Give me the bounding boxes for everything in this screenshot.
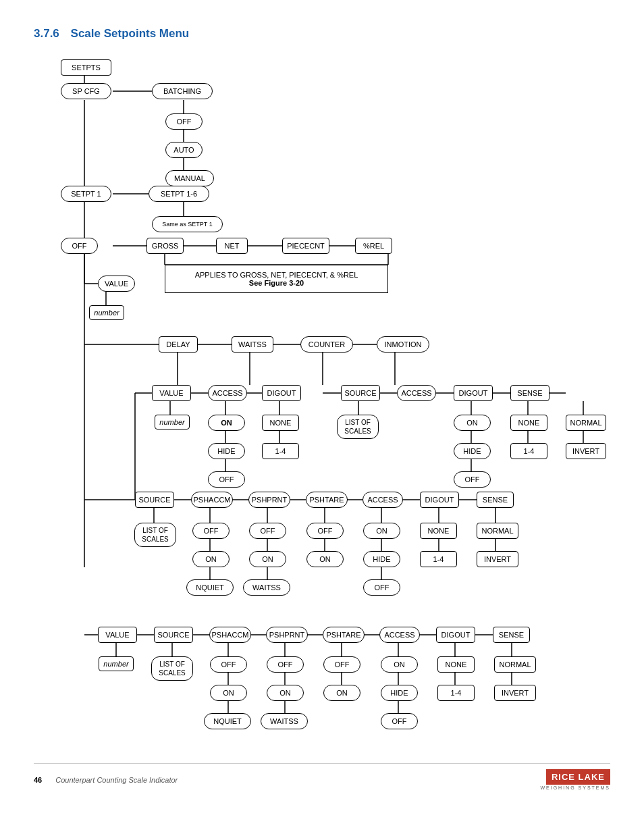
section-text: Scale Setpoints Menu xyxy=(71,27,190,40)
list-scales-counter-node: LIST OF SCALES xyxy=(337,415,379,439)
sense-counter-node: SENSE xyxy=(510,385,549,401)
one-four-delay-node: 1-4 xyxy=(262,443,299,459)
nquiet-pshaccm-b-node: NQUIET xyxy=(204,713,251,729)
pshprnt-delay2-node: PSHPRNT xyxy=(248,492,290,508)
auto-node: AUTO xyxy=(165,142,203,158)
logo-sub: WEIGHING SYSTEMS xyxy=(540,785,610,790)
net-node: NET xyxy=(216,238,248,254)
on2-access-node: ON xyxy=(363,523,400,539)
pshtare-delay2-node: PSHTARE xyxy=(306,492,348,508)
applies-box: APPLIES TO GROSS, NET, PIECECNT, & %REL … xyxy=(165,265,388,293)
sense-bottom-node: SENSE xyxy=(493,627,530,643)
invert-counter-node: INVERT xyxy=(566,443,606,459)
hide-counter-node: HIDE xyxy=(454,443,491,459)
sense-delay2-node: SENSE xyxy=(477,492,514,508)
digout-delay2-node: DIGOUT xyxy=(420,492,459,508)
off-counter-node: OFF xyxy=(454,471,491,488)
access-bottom-node: ACCESS xyxy=(379,627,420,643)
waitss-pshprnt-node: WAITSS xyxy=(243,579,290,596)
pshaccm-bottom-node: PSHACCM xyxy=(209,627,251,643)
none-delay-node: NONE xyxy=(262,415,299,431)
footer-logo: RICE LAKE WEIGHING SYSTEMS xyxy=(540,769,610,790)
sp-cfg-node: SP CFG xyxy=(61,83,111,99)
logo-box: RICE LAKE xyxy=(546,769,610,785)
access-counter-node: ACCESS xyxy=(397,385,436,401)
footer-page: 46 xyxy=(34,776,42,784)
same-as-node: Same as SETPT 1 xyxy=(152,216,223,232)
piececnt-node: PIECECNT xyxy=(282,238,329,254)
invert-sense2-node: INVERT xyxy=(477,551,518,567)
batching-node: BATCHING xyxy=(152,83,213,99)
none-counter-node: NONE xyxy=(510,415,547,431)
page: 3.7.6 Scale Setpoints Menu xyxy=(0,0,644,804)
one-four-counter-node: 1-4 xyxy=(510,443,547,459)
invert-sense-b-node: INVERT xyxy=(494,685,536,701)
off-pshprnt-node: OFF xyxy=(249,523,286,539)
on-pshtare-node: ON xyxy=(306,551,344,567)
on-pshprnt-node: ON xyxy=(249,551,286,567)
off-pshtare-node: OFF xyxy=(306,523,344,539)
gross-node: GROSS xyxy=(146,238,184,254)
value-sp-node: VALUE xyxy=(98,276,135,292)
none-digout2-node: NONE xyxy=(420,523,457,539)
section-title: 3.7.6 Scale Setpoints Menu xyxy=(34,27,610,41)
pshaccm-delay2-node: PSHACCM xyxy=(191,492,233,508)
setpt1-6-node: SETPT 1-6 xyxy=(149,186,209,202)
list-scales-bottom-node: LIST OF SCALES xyxy=(151,656,193,681)
inmotion-node: INMOTION xyxy=(377,336,429,353)
normal-counter-node: NORMAL xyxy=(566,415,606,431)
one-four-digout2-node: 1-4 xyxy=(420,551,457,567)
number-bottom-node: number xyxy=(99,656,134,671)
number-sp-node: number xyxy=(89,305,124,320)
delay-node: DELAY xyxy=(159,336,198,353)
number-delay-node: number xyxy=(155,415,190,429)
on-access-b-node: ON xyxy=(381,656,418,673)
source-counter-node: SOURCE xyxy=(341,385,380,401)
off-batching-node: OFF xyxy=(165,113,203,130)
nquiet-pshaccm-node: NQUIET xyxy=(186,579,234,596)
hide-access-b-node: HIDE xyxy=(381,685,418,701)
list-scales-delay2-node: LIST OF SCALES xyxy=(134,523,176,547)
one-four-digout-b-node: 1-4 xyxy=(437,685,475,701)
off-access-node: OFF xyxy=(363,579,400,596)
off-type-node: OFF xyxy=(61,238,98,254)
on-counter-node: ON xyxy=(454,415,491,431)
waitss-pshprnt-b-node: WAITSS xyxy=(261,713,308,729)
off-pshaccm-b-node: OFF xyxy=(210,656,247,673)
on-pshaccm-b-node: ON xyxy=(210,685,247,701)
on-pshaccm-node: ON xyxy=(192,551,230,567)
on-pshtare-b-node: ON xyxy=(323,685,360,701)
off-pshprnt-b-node: OFF xyxy=(267,656,304,673)
source-delay2-node: SOURCE xyxy=(135,492,174,508)
access-delay2-node: ACCESS xyxy=(363,492,403,508)
digout-delay-node: DIGOUT xyxy=(262,385,301,401)
access-delay-node: ACCESS xyxy=(208,385,247,401)
pshtare-bottom-node: PSHTARE xyxy=(323,627,365,643)
pct-rel-node: %REL xyxy=(355,238,392,254)
waitss-node: WAITSS xyxy=(232,336,273,353)
source-bottom-node: SOURCE xyxy=(154,627,193,643)
off-pshtare-b-node: OFF xyxy=(323,656,360,673)
on-pshprnt-b-node: ON xyxy=(267,685,304,701)
setpt1-node: SETPT 1 xyxy=(61,186,111,202)
diagram: SETPTS SP CFG BATCHING OFF AUTO MANUAL S… xyxy=(34,54,614,763)
counter-node: COUNTER xyxy=(300,336,353,353)
digout-bottom-node: DIGOUT xyxy=(436,627,475,643)
manual-node: MANUAL xyxy=(165,170,214,186)
footer: 46 Counterpart Counting Scale Indicator … xyxy=(34,763,610,790)
value-bottom-node: VALUE xyxy=(98,627,137,643)
on-delay-node: ON xyxy=(208,415,245,431)
footer-description: Counterpart Counting Scale Indicator xyxy=(55,776,178,784)
off-delay-node: OFF xyxy=(208,471,245,488)
normal-sense2-node: NORMAL xyxy=(477,523,518,539)
setpts-node: SETPTS xyxy=(61,59,111,76)
off-pshaccm-node: OFF xyxy=(192,523,230,539)
hide-access-node: HIDE xyxy=(363,551,400,567)
none-digout-b-node: NONE xyxy=(437,656,475,673)
section-number: 3.7.6 xyxy=(34,27,59,40)
off-access-b-node: OFF xyxy=(381,713,418,729)
pshprnt-bottom-node: PSHPRNT xyxy=(266,627,308,643)
hide-delay-node: HIDE xyxy=(208,443,245,459)
value-delay-node: VALUE xyxy=(152,385,191,401)
normal-sense-b-node: NORMAL xyxy=(494,656,536,673)
